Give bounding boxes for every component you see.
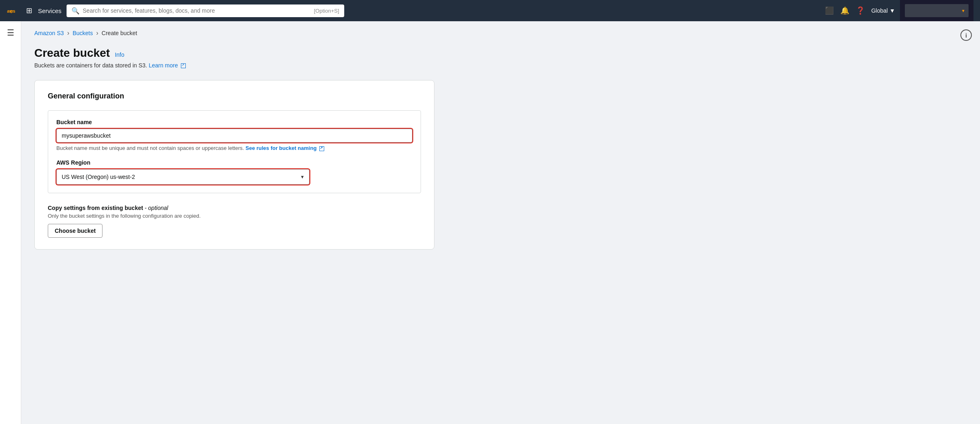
global-selector[interactable]: Global ▼ [871,7,895,14]
account-dropdown-arrow: ▼ [961,9,965,13]
bucket-name-label: Bucket name [56,119,412,125]
copy-settings-title: Copy settings from existing bucket - opt… [48,205,421,211]
page-title-row: Create bucket Info [34,47,967,60]
bell-icon[interactable]: 🔔 [840,6,849,15]
sidebar-toggle[interactable]: ☰ [0,21,21,424]
account-box[interactable]: ▼ [900,0,973,21]
copy-optional-label: - optional [145,205,168,211]
breadcrumb-current: Create bucket [102,30,137,36]
breadcrumb-s3[interactable]: Amazon S3 [34,30,64,36]
choose-bucket-button[interactable]: Choose bucket [48,224,102,238]
breadcrumb: Amazon S3 › Buckets › Create bucket [34,29,967,37]
naming-external-icon [319,146,324,151]
bucket-name-hint: Bucket name must be unique and must not … [56,145,412,151]
copy-settings-section: Copy settings from existing bucket - opt… [48,205,421,238]
region-select-wrapper: US West (Oregon) us-west-2 US East (N. V… [56,169,310,185]
breadcrumb-sep-2: › [96,29,98,37]
external-link-icon [181,63,186,68]
grid-icon[interactable]: ⊞ [26,6,32,15]
bucket-name-field: Bucket name Bucket name must be unique a… [56,119,412,151]
aws-logo[interactable]: aws [7,6,21,16]
main-content: i Amazon S3 › Buckets › Create bucket Cr… [21,21,980,424]
svg-text:aws: aws [7,9,15,13]
page-title: Create bucket [34,47,110,60]
top-nav: aws ⊞ Services 🔍 [Option+S] ⬛ 🔔 ❓ Global… [0,0,980,21]
form-section: Bucket name Bucket name must be unique a… [48,110,421,193]
global-arrow-icon: ▼ [889,7,895,14]
breadcrumb-buckets[interactable]: Buckets [73,30,93,36]
bucket-name-input[interactable] [56,129,412,143]
section-title: General configuration [48,92,421,100]
help-icon[interactable]: ❓ [856,6,865,15]
naming-rules-link[interactable]: See rules for bucket naming [245,145,324,151]
search-input[interactable] [83,7,311,14]
page-subtitle: Buckets are containers for data stored i… [34,62,967,69]
region-select[interactable]: US West (Oregon) us-west-2 US East (N. V… [56,169,310,185]
search-shortcut: [Option+S] [314,8,339,14]
nav-services-label[interactable]: Services [38,7,62,14]
page-layout: ☰ i Amazon S3 › Buckets › Create bucket … [0,21,980,424]
breadcrumb-sep-1: › [67,29,69,37]
learn-more-link[interactable]: Learn more [149,62,185,69]
general-config-card: General configuration Bucket name Bucket… [34,80,434,250]
hamburger-icon[interactable]: ☰ [7,28,14,38]
nav-icons: ⬛ 🔔 ❓ Global ▼ [825,6,895,15]
search-icon: 🔍 [71,7,80,15]
page-info-icon[interactable]: i [960,29,972,41]
search-bar[interactable]: 🔍 [Option+S] [67,4,344,17]
region-field: AWS Region US West (Oregon) us-west-2 US… [56,159,412,185]
terminal-icon[interactable]: ⬛ [825,6,834,15]
global-label: Global [871,7,888,14]
info-link[interactable]: Info [115,51,124,58]
region-label: AWS Region [56,159,412,166]
copy-settings-subtitle: Only the bucket settings in the followin… [48,213,421,219]
